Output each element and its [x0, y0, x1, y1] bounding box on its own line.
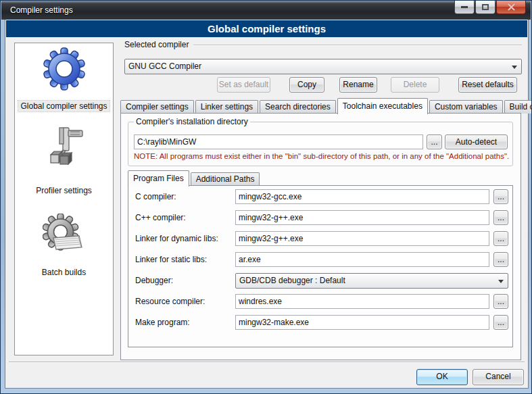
footer-separator [9, 362, 525, 363]
dynamic-linker-label: Linker for dynamic libs: [135, 234, 218, 243]
c-compiler-label: C compiler: [135, 192, 176, 201]
program-files-panel: C compiler: ... C++ compiler: ... Linker… [128, 185, 513, 347]
static-linker-label: Linker for static libs: [135, 255, 207, 264]
static-linker-browse-button[interactable]: ... [493, 252, 508, 267]
sidebar-item-profiler-settings[interactable]: Profiler settings [15, 186, 113, 195]
dynamic-linker-input[interactable] [235, 231, 489, 246]
cpp-compiler-input[interactable] [235, 210, 489, 225]
settings-category-list: Global compiler settings [14, 43, 114, 355]
static-linker-input[interactable] [235, 252, 489, 267]
sidebar-item-batch-builds[interactable]: Batch builds [15, 268, 113, 277]
toolchain-executables-panel: Compiler's installation directory ... Au… [120, 113, 521, 360]
gear-batch-icon[interactable] [43, 214, 86, 257]
dynamic-linker-browse-button[interactable]: ... [493, 231, 508, 246]
make-program-input[interactable] [235, 315, 489, 330]
window-controls [454, 1, 526, 14]
delete-button[interactable]: Delete [391, 77, 439, 93]
maximize-icon [482, 4, 489, 10]
tab-custom-variables[interactable]: Custom variables [429, 100, 503, 114]
compiler-settings-window: Compiler settings Global compiler settin… [0, 0, 532, 394]
installation-note: NOTE: All programs must exist either in … [134, 152, 510, 160]
resource-compiler-browse-button[interactable]: ... [493, 294, 508, 309]
caliper-profiler-icon[interactable] [43, 126, 86, 169]
program-files-tab-strip: Program Files Additional Paths [128, 170, 513, 186]
chevron-down-icon [498, 280, 504, 283]
tab-compiler-settings[interactable]: Compiler settings [120, 100, 194, 114]
tab-additional-paths[interactable]: Additional Paths [191, 172, 260, 186]
debugger-value: GDB/CDB debugger : Default [239, 276, 494, 285]
tab-search-directories[interactable]: Search directories [260, 100, 336, 114]
debugger-label: Debugger: [135, 276, 173, 285]
minimize-icon [461, 6, 468, 8]
cpp-compiler-label: C++ compiler: [135, 213, 186, 222]
close-button[interactable] [496, 1, 526, 14]
sidebar-item-global-compiler-settings[interactable]: Global compiler settings [15, 101, 113, 111]
groupbox-line [193, 45, 522, 45]
resource-compiler-input[interactable] [235, 294, 489, 309]
selected-compiler-value: GNU GCC Compiler [128, 61, 508, 71]
copy-button[interactable]: Copy [289, 77, 324, 93]
close-icon [507, 3, 516, 11]
settings-tab-strip: Compiler settings Linker settings Search… [120, 97, 522, 114]
dialog-header: Global compiler settings [6, 20, 527, 37]
c-compiler-input[interactable] [235, 189, 489, 204]
cpp-compiler-browse-button[interactable]: ... [493, 210, 508, 225]
make-program-browse-button[interactable]: ... [493, 315, 508, 330]
reset-defaults-button[interactable]: Reset defaults [458, 77, 517, 93]
ok-button[interactable]: OK [416, 369, 468, 385]
set-as-default-button[interactable]: Set as default [217, 77, 270, 93]
auto-detect-button[interactable]: Auto-detect [445, 134, 508, 149]
tab-build-options[interactable]: Build options [504, 100, 532, 114]
make-program-label: Make program: [135, 318, 190, 327]
dialog-client-area: Global compiler settings [5, 20, 528, 388]
selected-compiler-combobox[interactable]: GNU GCC Compiler [124, 59, 522, 74]
installation-directory-group: Compiler's installation directory ... Au… [128, 122, 513, 166]
resource-compiler-label: Resource compiler: [135, 297, 205, 306]
maximize-button[interactable] [475, 1, 495, 14]
tab-linker-settings[interactable]: Linker settings [195, 100, 258, 114]
chevron-down-icon [512, 66, 517, 69]
tab-program-files[interactable]: Program Files [128, 170, 189, 187]
minimize-button[interactable] [454, 1, 475, 14]
browse-directory-button[interactable]: ... [427, 134, 442, 149]
window-title: Compiler settings [10, 5, 73, 15]
cancel-button[interactable]: Cancel [473, 369, 524, 385]
installation-directory-label: Compiler's installation directory [134, 117, 250, 126]
selected-compiler-group-label: Selected compiler [124, 40, 189, 49]
titlebar[interactable]: Compiler settings [1, 1, 531, 20]
rename-button[interactable]: Rename [339, 77, 377, 93]
tab-toolchain-executables[interactable]: Toolchain executables [337, 98, 428, 114]
gear-blue-icon[interactable] [43, 47, 86, 91]
debugger-combobox[interactable]: GDB/CDB debugger : Default [235, 273, 508, 289]
installation-directory-input[interactable] [134, 134, 423, 149]
c-compiler-browse-button[interactable]: ... [493, 189, 508, 204]
